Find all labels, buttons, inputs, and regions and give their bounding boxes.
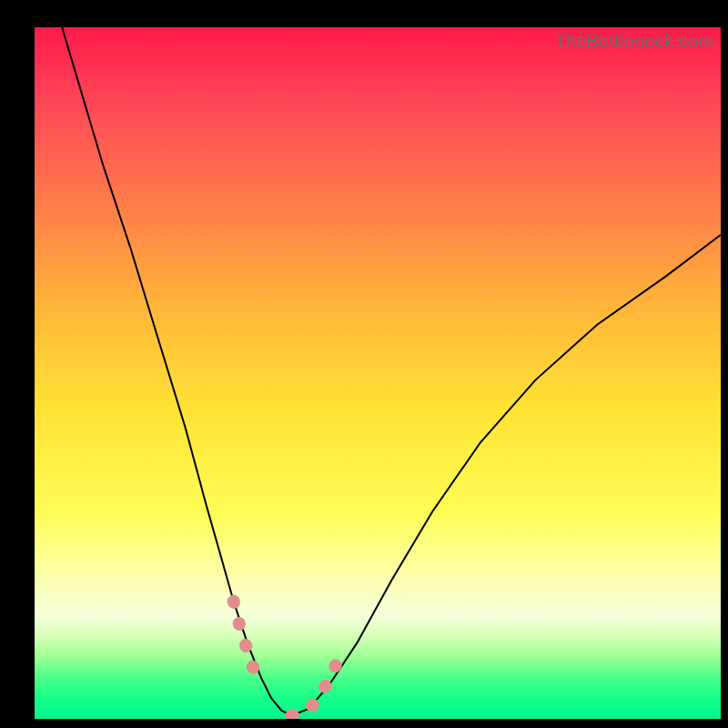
curve-layer (35, 27, 721, 719)
highlight-dash-right (292, 650, 344, 715)
bottleneck-curve (62, 27, 721, 715)
plot-area: TheBottleneck.com (35, 27, 721, 719)
chart-frame: TheBottleneck.com (0, 0, 728, 728)
